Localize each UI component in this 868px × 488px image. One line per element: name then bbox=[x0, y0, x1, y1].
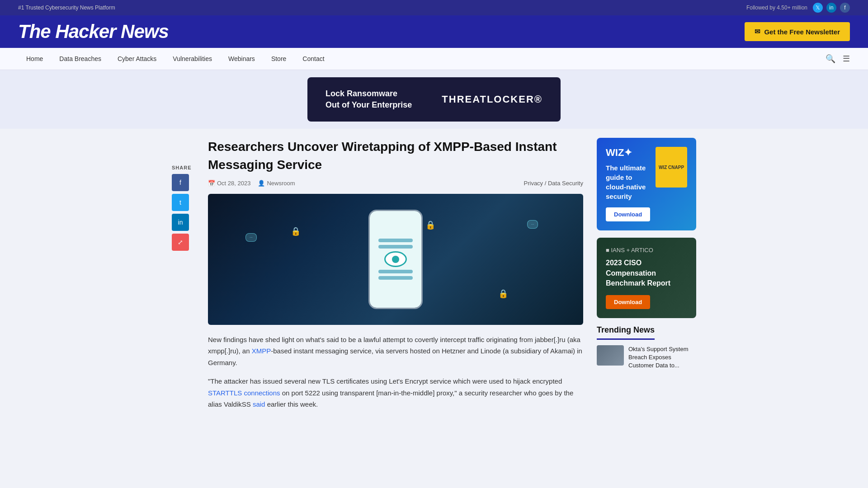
starttls-link[interactable]: STARTTLS connections bbox=[208, 389, 280, 397]
phone-line-4 bbox=[378, 276, 412, 280]
search-icon[interactable]: 🔍 bbox=[826, 54, 835, 64]
nav-webinars[interactable]: Webinars bbox=[220, 48, 263, 70]
followers-text: Followed by 4.50+ million bbox=[746, 5, 807, 11]
banner-ad[interactable]: Lock Ransomware Out of Your Enterprise T… bbox=[307, 77, 561, 122]
newsletter-label: Get the Free Newsletter bbox=[764, 28, 840, 36]
top-bar-right: Followed by 4.50+ million 𝕏 in f bbox=[746, 3, 850, 13]
ciso-download-button[interactable]: Download bbox=[606, 295, 650, 309]
bubble-2: ··· bbox=[527, 220, 538, 229]
bubble-1: ··· bbox=[245, 233, 257, 242]
category-link[interactable]: Privacy / Data Security bbox=[524, 180, 584, 187]
said-link[interactable]: said bbox=[253, 400, 265, 408]
share-sidebar: SHARE f t in ⤢ bbox=[172, 138, 194, 417]
xmpp-link[interactable]: XMPP bbox=[252, 347, 271, 355]
phone-line-1 bbox=[378, 239, 412, 242]
lock-icon-3: 🔒 bbox=[498, 289, 508, 299]
phone-illustration bbox=[350, 201, 441, 318]
lock-icon-2: 🔒 bbox=[425, 220, 435, 230]
phone-line-3 bbox=[378, 270, 412, 273]
ciso-ad[interactable]: ■ IANS + ARTICO 2023 CISO Compensation B… bbox=[597, 238, 696, 318]
social-icons: 𝕏 in f bbox=[813, 3, 850, 13]
wiz-book-cover: WIZ CNAPP bbox=[656, 147, 687, 188]
article-hero-image: ··· ··· 🔒 🔒 🔒 bbox=[208, 194, 583, 325]
newsletter-button[interactable]: ✉ Get the Free Newsletter bbox=[745, 22, 850, 41]
facebook-social-icon[interactable]: f bbox=[840, 3, 850, 13]
nav-data-breaches[interactable]: Data Breaches bbox=[51, 48, 109, 70]
article-date: 📅 Oct 28, 2023 bbox=[208, 180, 250, 187]
nav-links: Home Data Breaches Cyber Attacks Vulnera… bbox=[18, 48, 333, 70]
share-label: SHARE bbox=[172, 165, 194, 170]
main-layout: SHARE f t in ⤢ Researchers Uncover Wiret… bbox=[163, 129, 705, 426]
article-image-inner: ··· ··· 🔒 🔒 🔒 bbox=[208, 194, 583, 325]
banner-ad-text: Lock Ransomware Out of Your Enterprise bbox=[326, 88, 412, 111]
banner-ad-logo: THREATLOCKER® bbox=[442, 94, 542, 105]
nav-contact[interactable]: Contact bbox=[294, 48, 332, 70]
article-category[interactable]: Privacy / Data Security bbox=[524, 180, 584, 187]
lock-icon-1: 🔒 bbox=[291, 226, 301, 236]
envelope-icon: ✉ bbox=[755, 28, 760, 36]
article-title: Researchers Uncover Wiretapping of XMPP-… bbox=[208, 138, 583, 173]
trending-section: Trending News Okta's Support System Brea… bbox=[597, 325, 696, 370]
menu-icon[interactable]: ☰ bbox=[843, 54, 850, 64]
facebook-share-button[interactable]: f bbox=[172, 174, 189, 191]
eye-pupil bbox=[392, 256, 399, 263]
linkedin-social-icon[interactable]: in bbox=[826, 3, 836, 13]
article-author: 👤 Newsroom bbox=[258, 180, 295, 187]
article-body: New findings have shed light on what's s… bbox=[208, 334, 583, 410]
nav-right: 🔍 ☰ bbox=[826, 54, 850, 64]
nav-cyber-attacks[interactable]: Cyber Attacks bbox=[109, 48, 165, 70]
twitter-social-icon[interactable]: 𝕏 bbox=[813, 3, 823, 13]
article-meta-left: 📅 Oct 28, 2023 👤 Newsroom bbox=[208, 180, 295, 187]
article-paragraph-1: New findings have shed light on what's s… bbox=[208, 334, 583, 369]
linkedin-share-button[interactable]: in bbox=[172, 214, 189, 231]
article-content: Researchers Uncover Wiretapping of XMPP-… bbox=[208, 138, 583, 417]
nav-vulnerabilities[interactable]: Vulnerabilities bbox=[165, 48, 220, 70]
right-sidebar: WIZ CNAPP WIZ✦ The ultimate guide to clo… bbox=[597, 138, 696, 417]
calendar-icon: 📅 bbox=[208, 180, 215, 187]
banner-line2: Out of Your Enterprise bbox=[326, 99, 412, 111]
phone-screen bbox=[370, 211, 421, 308]
main-nav: Home Data Breaches Cyber Attacks Vulnera… bbox=[0, 48, 868, 70]
author-icon: 👤 bbox=[258, 180, 265, 187]
trending-thumb-1 bbox=[597, 345, 624, 366]
trending-text-1: Okta's Support System Breach Exposes Cus… bbox=[628, 345, 696, 370]
trending-item-1[interactable]: Okta's Support System Breach Exposes Cus… bbox=[597, 345, 696, 370]
ciso-title: 2023 CISO Compensation Benchmark Report bbox=[606, 258, 687, 288]
top-bar: #1 Trusted Cybersecurity News Platform F… bbox=[0, 0, 868, 15]
site-logo[interactable]: The Hacker News bbox=[18, 21, 169, 42]
tagline: #1 Trusted Cybersecurity News Platform bbox=[18, 5, 115, 11]
wiz-download-button[interactable]: Download bbox=[606, 207, 650, 221]
wiz-ad[interactable]: WIZ CNAPP WIZ✦ The ultimate guide to clo… bbox=[597, 138, 696, 230]
twitter-share-button[interactable]: t bbox=[172, 194, 189, 211]
phone-body bbox=[368, 210, 423, 309]
header: The Hacker News ✉ Get the Free Newslette… bbox=[0, 15, 868, 48]
nav-home[interactable]: Home bbox=[18, 48, 51, 70]
nav-store[interactable]: Store bbox=[263, 48, 294, 70]
banner-line1: Lock Ransomware bbox=[326, 88, 412, 99]
other-share-button[interactable]: ⤢ bbox=[172, 234, 189, 251]
phone-line-2 bbox=[378, 245, 412, 249]
trending-title: Trending News bbox=[597, 325, 655, 340]
article-meta: 📅 Oct 28, 2023 👤 Newsroom Privacy / Data… bbox=[208, 180, 583, 187]
eye-icon bbox=[384, 251, 407, 267]
banner-ad-wrap: Lock Ransomware Out of Your Enterprise T… bbox=[0, 70, 868, 129]
article-paragraph-2: "The attacker has issued several new TLS… bbox=[208, 375, 583, 410]
ciso-logos: ■ IANS + ARTICO bbox=[606, 247, 687, 253]
